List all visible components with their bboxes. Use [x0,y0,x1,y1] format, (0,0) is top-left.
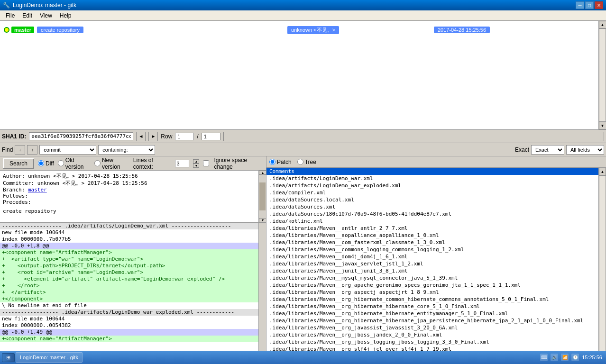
bottom-area: Search Diff Old version New version [0,156,606,364]
menu-help[interactable]: Help [56,11,75,20]
file-item[interactable]: .idea/libraries/Maven__org_jboss_jandex_… [266,331,598,338]
file-item[interactable]: .idea/dataSources.local.xml [266,196,598,203]
taskbar: ⊞ LoginDemo: master - gitk ⌨ 🔊 📶 🕐 15:25… [0,351,606,364]
patch-label: Patch [277,159,292,165]
close-button[interactable]: ✕ [595,1,603,9]
graph-scroll-track[interactable] [599,28,606,122]
file-item[interactable]: Comments [266,168,598,175]
diff-radio-old-label: Old version [65,157,91,170]
file-item[interactable]: .idea/libraries/Maven__antlr_antlr_2_7_7… [266,225,598,232]
menu-file[interactable]: File [2,11,18,20]
menu-edit[interactable]: Edit [18,11,36,20]
diff-line: +<component name="ArtifactManager"> [0,336,258,342]
file-item[interactable]: .idea/libraries/Maven__org_javassist_jav… [266,324,598,331]
file-item[interactable]: .idea/artifacts/LoginDemo_war_exploded.x… [266,182,598,189]
commit-scroll-down[interactable]: ▼ [259,218,266,222]
diff-radio-diff-input[interactable] [38,160,44,166]
left-top: Author: unknown <不见。> 2017-04-28 15:25:5… [0,171,266,223]
spin-up[interactable]: ▲ [193,159,199,164]
commit-info: Author: unknown <不见。> 2017-04-28 15:25:5… [0,171,258,222]
exact-select[interactable]: Exact [531,145,564,155]
sha-next-button[interactable]: ► [148,132,158,141]
maximize-button[interactable]: □ [585,1,594,9]
file-scroll-up[interactable]: ▲ [599,168,606,175]
file-item[interactable]: .idea/libraries/Maven__aopalliance_aopal… [266,232,598,239]
diff-radio-group: Diff Old version New version [38,157,129,170]
graph-area: master create repository unknown <不见。> 2… [0,21,606,130]
diff-scrollbar[interactable] [258,223,266,364]
graph-scroll-up[interactable]: ▲ [599,21,606,28]
file-item[interactable]: .idea/libraries/Maven__commons_logging_c… [266,246,598,253]
start-button[interactable]: ⊞ [2,353,15,362]
branch-label: Branch: [3,187,25,193]
row-total-input[interactable] [202,133,220,140]
file-item[interactable]: .idea/compiler.xml [266,189,598,196]
file-item[interactable]: .idea/libraries/Maven__org_hibernate_hib… [266,310,598,317]
tray-icon-3: 📶 [561,354,569,361]
diff-radio-diff-label: Diff [46,160,54,167]
app-icon: 🔧 [3,2,10,9]
file-item[interactable]: .idea/libraries/Maven__org_jboss_logging… [266,338,598,346]
patch-radio[interactable] [269,159,275,165]
menu-view[interactable]: View [36,11,56,20]
titlebar-title: LoginDemo: master - gitk [13,2,76,9]
diff-line: + <root id="archive" name="LoginDemo.war… [0,269,258,276]
date-tag: 2017-04-28 15:25:56 [434,27,490,33]
taskbar-gitk[interactable]: LoginDemo: master - gitk [16,352,83,363]
find-type-select[interactable]: commit [39,145,96,155]
diff-line: new file mode 100644 [0,229,258,236]
file-item[interactable]: .idea/libraries/Maven__org_aspectj_aspec… [266,289,598,296]
context-lines-input[interactable] [175,160,189,167]
file-item[interactable]: .idea/libraries/Maven__com_fasterxml_cla… [266,239,598,246]
file-item[interactable]: .idea/libraries/Maven__junit_junit_3_8_1… [266,267,598,274]
graph-scroll-down[interactable]: ▼ [599,122,606,129]
find-down-button[interactable]: ↓ [15,145,25,155]
file-item[interactable]: .idea/libraries/Maven__org_hibernate_hib… [266,303,598,310]
file-item[interactable]: .idea/dataSources/180c107d-70a9-48f6-bd0… [266,210,598,218]
ignore-space-label: Ignore space change [214,157,263,170]
file-scroll-track[interactable] [599,175,606,356]
diff-radio-new-label: New version [102,157,129,170]
file-item[interactable]: .idea/libraries/Maven__dom4j_dom4j_1_6_1… [266,253,598,260]
titlebar: 🔧 LoginDemo: master - gitk ─ □ ✕ [0,0,606,10]
right-inner: Comments.idea/artifacts/LoginDemo_war.xm… [266,168,606,364]
find-up-button[interactable]: ↑ [27,145,37,155]
commit-scroll-thumb[interactable] [259,182,266,210]
diff-radio-old-input[interactable] [58,160,64,166]
diff-line: +</component> [0,296,258,302]
file-item[interactable]: .idea/libraries/Maven__org_hibernate_hib… [266,317,598,324]
file-item[interactable]: .idea/libraries/Maven__mysql_mysql_conne… [266,274,598,282]
file-item[interactable]: .idea/libraries/Maven__org_hibernate_com… [266,296,598,303]
ignore-space-checkbox[interactable] [203,160,209,166]
commit-scroll-up[interactable]: ▲ [259,171,266,175]
file-item[interactable]: .idea/libraries/Maven__javax_servlet_jst… [266,260,598,267]
sha-input[interactable] [29,132,133,140]
tree-radio-item: Tree [297,159,316,165]
tree-label: Tree [305,159,316,165]
search-button[interactable]: Search [3,158,34,169]
minimize-button[interactable]: ─ [576,1,584,9]
spin-down[interactable]: ▼ [193,164,199,168]
context-spin: ▲ ▼ [193,159,199,168]
diff-line: + </root> [0,282,258,289]
row-label: Row [161,133,172,140]
row-current-input[interactable] [175,133,194,140]
file-list-scrollbar: ▲ ▼ [598,168,606,364]
file-item[interactable]: .idea/kotlinc.xml [266,218,598,225]
sha-prev-button[interactable]: ◄ [136,132,146,141]
tree-radio[interactable] [297,159,303,165]
file-item[interactable]: .idea/libraries/Maven__org_apache_geroni… [266,282,598,289]
all-fields-select[interactable]: All fields [566,145,604,155]
diff-radio-diff: Diff [38,160,54,167]
graph-content: master create repository unknown <不见。> 2… [0,21,598,129]
file-item[interactable]: .idea/artifacts/LoginDemo_war.xml [266,175,598,182]
find-label: Find [2,146,13,153]
diff-line: @@ -0,0 +1,49 @@ [0,329,258,336]
unknown-tag: unknown <不见。> [287,26,339,34]
start-icon: ⊞ [6,355,10,361]
diff-radio-new-input[interactable] [94,160,101,166]
branch-link[interactable]: master [28,187,47,193]
diff-line: @@ -0,0 +1,8 @@ [0,243,258,249]
file-item[interactable]: .idea/dataSources.xml [266,203,598,210]
find-containing-select[interactable]: containing: [98,145,155,155]
